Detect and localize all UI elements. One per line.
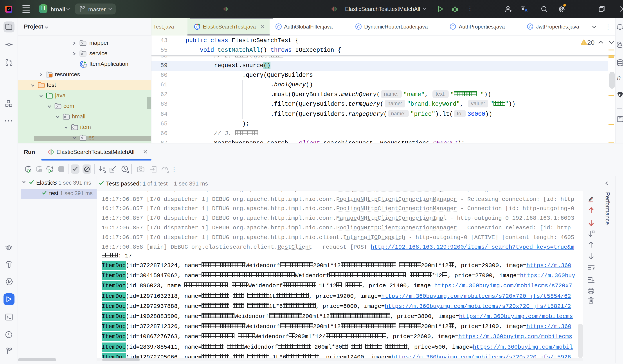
svg-text:C: C [357, 24, 360, 29]
svg-text:C: C [529, 24, 532, 29]
svg-text:C: C [277, 24, 280, 29]
svg-text:A: A [524, 8, 528, 13]
svg-text:C: C [451, 24, 454, 29]
